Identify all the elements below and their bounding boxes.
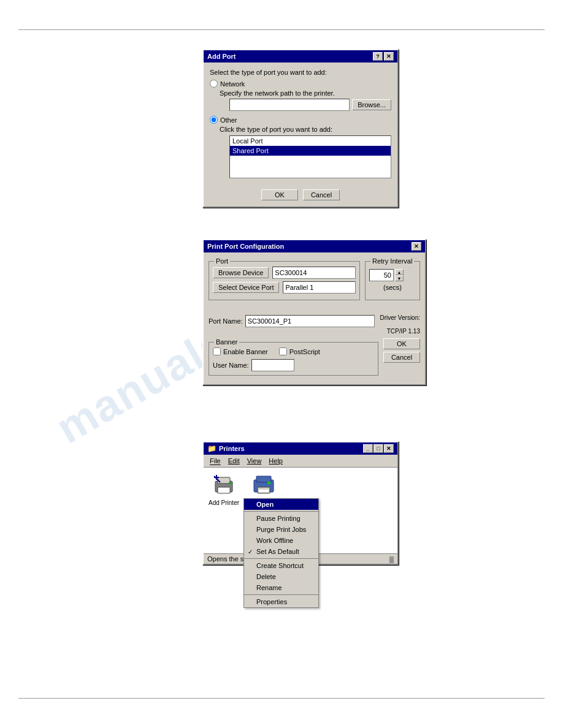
- portname-left: Port Name: SC300014_P1: [209, 315, 375, 327]
- portname-section: Port Name: SC300014_P1 Driver Version: T…: [209, 308, 420, 335]
- print-port-titlebar-buttons: ✕: [412, 242, 421, 251]
- port-type-listbox[interactable]: Local Port Shared Port: [229, 135, 391, 178]
- cancel-button[interactable]: Cancel: [303, 189, 340, 200]
- ppc-content: Port Browse Device SC300014 Select Devic…: [204, 252, 425, 384]
- context-sep-3: [244, 594, 318, 595]
- svg-rect-8: [256, 476, 271, 482]
- context-default[interactable]: Set As Default: [244, 546, 318, 557]
- context-purge[interactable]: Purge Print Jobs: [244, 524, 318, 535]
- status-grip: ▓: [389, 556, 394, 563]
- ppc-port-section: Port Browse Device SC300014 Select Devic…: [209, 257, 420, 304]
- retry-spinner[interactable]: ▲ ▼: [395, 269, 404, 281]
- menu-edit[interactable]: Edit: [224, 456, 243, 466]
- other-section: Click the type of port you want to add: …: [220, 126, 391, 178]
- context-sep-2: [244, 558, 318, 559]
- context-menu: Open Pause Printing Purge Print Jobs Wor…: [243, 498, 319, 608]
- add-port-content: Select the type of port you want to add:…: [204, 63, 397, 184]
- folder-icon: 📁: [207, 444, 216, 453]
- shared-port-item[interactable]: Shared Port: [230, 146, 391, 156]
- postscript-checkbox[interactable]: [279, 347, 287, 355]
- spinner-up[interactable]: ▲: [395, 269, 404, 275]
- browse-device-button[interactable]: Browse Device: [213, 267, 269, 278]
- context-delete[interactable]: Delete: [244, 571, 318, 582]
- printers-titlebar-buttons: _ □ ✕: [363, 444, 394, 453]
- network-radio[interactable]: [210, 80, 218, 88]
- portname-label: Port Name:: [209, 317, 243, 325]
- context-shortcut[interactable]: Create Shortcut: [244, 560, 318, 571]
- printers-max-button[interactable]: □: [373, 444, 383, 453]
- print-port-title: Print Port Configuration: [207, 243, 284, 250]
- printers-close-button[interactable]: ✕: [384, 444, 394, 453]
- portname-field[interactable]: SC300014_P1: [245, 315, 375, 327]
- retry-groupbox: Retry Interval 50 ▲ ▼ (secs): [365, 261, 420, 300]
- titlebar-buttons: ? ✕: [373, 52, 394, 61]
- add-printer-icon: [212, 472, 236, 497]
- help-button[interactable]: ?: [373, 52, 383, 61]
- select-device-port-row: Select Device Port Parallel 1: [213, 281, 356, 294]
- banner-group-label: Banner: [214, 338, 239, 346]
- bottom-rule: [18, 698, 545, 699]
- printers-menubar: File Edit View Help: [204, 455, 397, 468]
- context-rename[interactable]: Rename: [244, 582, 318, 593]
- context-offline[interactable]: Work Offline: [244, 535, 318, 546]
- close-button[interactable]: ✕: [384, 52, 394, 61]
- menu-view[interactable]: View: [243, 456, 266, 466]
- select-device-port-button[interactable]: Select Device Port: [213, 282, 279, 293]
- printers-content: Add Printer HP LaserJe 5P/5MP PostScrip …: [204, 468, 397, 553]
- add-printer-label[interactable]: Add Printer: [209, 499, 239, 506]
- network-radio-row: Network: [210, 80, 391, 88]
- user-name-label: User Name:: [213, 362, 249, 369]
- print-port-titlebar: Print Port Configuration ✕: [204, 240, 425, 252]
- add-port-title: Add Port: [207, 53, 236, 60]
- retry-input-row: 50 ▲ ▼: [369, 269, 416, 281]
- printers-titlebar-left: 📁 Printers: [207, 444, 245, 453]
- port-groupbox: Port Browse Device SC300014 Select Devic…: [209, 261, 360, 300]
- printers-min-button[interactable]: _: [363, 444, 373, 453]
- other-radio[interactable]: [210, 116, 218, 124]
- top-rule: [18, 29, 545, 30]
- menu-help[interactable]: Help: [265, 456, 286, 466]
- network-path-label: Specify the network path to the printer.: [220, 89, 391, 97]
- retry-input[interactable]: 50: [369, 269, 394, 281]
- banner-groupbox: Banner Enable Banner PostScript User Nam…: [209, 342, 378, 376]
- retry-group-label: Retry Interval: [370, 257, 414, 265]
- network-path-input[interactable]: [229, 99, 350, 111]
- enable-banner-row: Enable Banner PostScript: [213, 347, 374, 355]
- browse-button[interactable]: Browse...: [352, 99, 391, 110]
- retry-unit: (secs): [369, 284, 416, 291]
- context-sep-1: [244, 511, 318, 512]
- svg-rect-10: [267, 482, 270, 484]
- print-port-dialog: Print Port Configuration ✕ Port Browse D…: [202, 239, 426, 385]
- context-properties[interactable]: Properties: [244, 596, 318, 607]
- context-open[interactable]: Open: [244, 499, 318, 510]
- driver-version-label: Driver Version:: [380, 314, 420, 321]
- ppc-cancel-button[interactable]: Cancel: [383, 352, 420, 363]
- printers-titlebar: 📁 Printers _ □ ✕: [204, 442, 397, 455]
- add-port-dialog: Add Port ? ✕ Select the type of port you…: [202, 49, 399, 208]
- hp-printer-icon: [251, 472, 276, 497]
- printers-title: Printers: [219, 445, 245, 452]
- banner-section: Banner Enable Banner PostScript User Nam…: [209, 338, 420, 379]
- device-name-field[interactable]: SC300014: [272, 267, 356, 279]
- enable-banner-checkbox[interactable]: [213, 347, 221, 355]
- user-name-input[interactable]: [251, 359, 294, 371]
- menu-file[interactable]: File: [206, 456, 224, 466]
- ok-button[interactable]: OK: [261, 189, 298, 200]
- enable-banner-label: Enable Banner: [223, 348, 268, 355]
- printers-dialog: 📁 Printers _ □ ✕ File Edit View Help: [202, 441, 399, 565]
- ppc-action-buttons: OK Cancel: [383, 338, 420, 363]
- local-port-item[interactable]: Local Port: [230, 136, 391, 146]
- add-port-titlebar: Add Port ? ✕: [204, 50, 397, 63]
- spinner-down[interactable]: ▼: [395, 275, 404, 281]
- device-port-field[interactable]: Parallel 1: [283, 281, 356, 294]
- svg-rect-11: [259, 490, 269, 492]
- driver-version-value: TCP/IP 1.13: [387, 328, 420, 335]
- network-radio-label: Network: [220, 80, 245, 88]
- print-port-close-button[interactable]: ✕: [412, 242, 421, 251]
- ppc-ok-button[interactable]: OK: [383, 338, 420, 349]
- select-type-label: Select the type of port you want to add:: [210, 69, 391, 76]
- other-radio-label: Other: [220, 116, 237, 124]
- context-pause[interactable]: Pause Printing: [244, 513, 318, 524]
- svg-rect-2: [218, 487, 230, 493]
- portname-row: Port Name: SC300014_P1: [209, 315, 375, 327]
